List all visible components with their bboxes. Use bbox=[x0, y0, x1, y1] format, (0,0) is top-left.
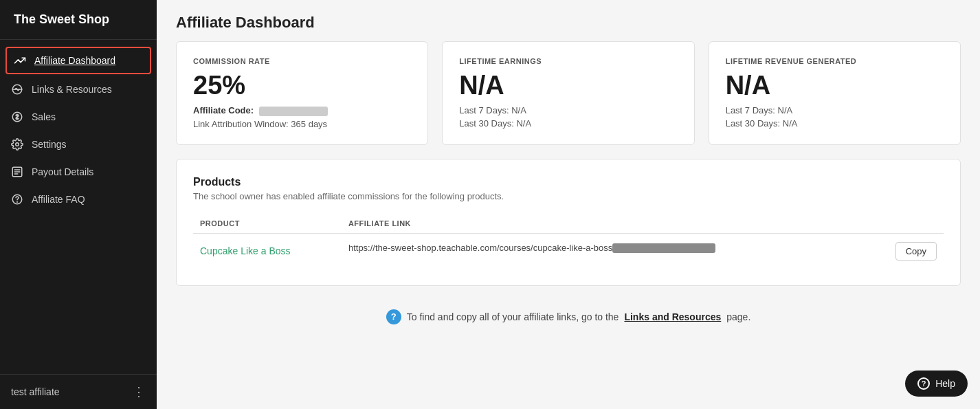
svg-point-3 bbox=[16, 143, 19, 146]
info-icon: ? bbox=[386, 309, 401, 324]
sidebar-item-label: Sales bbox=[32, 111, 56, 122]
sidebar-item-label: Affiliate FAQ bbox=[32, 194, 85, 205]
list-icon bbox=[11, 166, 23, 178]
sidebar-item-links-resources[interactable]: Links & Resources bbox=[0, 76, 157, 103]
table-row: Cupcake Like a Boss https://the-sweet-sh… bbox=[193, 233, 944, 269]
stats-row: COMMISSION RATE 25% Affiliate Code: Link… bbox=[176, 41, 961, 145]
sidebar-nav: Affiliate Dashboard Links & Resources bbox=[0, 40, 157, 374]
info-bar: ? To find and copy all of your affiliate… bbox=[176, 300, 961, 334]
page-title: Affiliate Dashboard bbox=[176, 14, 961, 32]
links-resources-link[interactable]: Links and Resources bbox=[624, 311, 721, 322]
earnings-last7: Last 7 Days: N/A bbox=[459, 105, 677, 115]
gear-icon bbox=[11, 138, 23, 151]
sidebar-username: test affiliate bbox=[11, 386, 60, 397]
products-title: Products bbox=[193, 176, 944, 188]
sidebar-more-button[interactable]: ⋮ bbox=[133, 384, 146, 399]
page-header: Affiliate Dashboard bbox=[157, 0, 980, 41]
product-name-link[interactable]: Cupcake Like a Boss bbox=[200, 245, 291, 256]
affiliate-code-meta: Affiliate Code: bbox=[193, 105, 411, 116]
trending-icon bbox=[14, 54, 26, 67]
sidebar-item-settings[interactable]: Settings bbox=[0, 131, 157, 158]
lifetime-earnings-value: N/A bbox=[459, 72, 677, 98]
sidebar-item-label: Settings bbox=[32, 139, 67, 150]
revenue-last7: Last 7 Days: N/A bbox=[726, 105, 944, 115]
info-text-before: To find and copy all of your affiliate l… bbox=[407, 311, 619, 322]
products-table-body: Cupcake Like a Boss https://the-sweet-sh… bbox=[193, 233, 944, 269]
faq-help-icon bbox=[11, 193, 23, 206]
help-label: Help bbox=[935, 378, 955, 389]
affiliate-url-text: https://the-sweet-shop.teachable.com/cou… bbox=[348, 243, 715, 253]
sidebar-item-label: Payout Details bbox=[32, 166, 93, 177]
link-icon bbox=[11, 83, 23, 96]
lifetime-revenue-label: LIFETIME REVENUE GENERATED bbox=[726, 57, 944, 65]
lifetime-revenue-card: LIFETIME REVENUE GENERATED N/A Last 7 Da… bbox=[709, 41, 961, 145]
commission-rate-label: COMMISSION RATE bbox=[193, 57, 411, 65]
sidebar-item-payout-details[interactable]: Payout Details bbox=[0, 158, 157, 186]
sidebar-footer: test affiliate ⋮ bbox=[0, 374, 157, 409]
help-button[interactable]: ? Help bbox=[905, 371, 968, 397]
main-content-area: Affiliate Dashboard COMMISSION RATE 25% … bbox=[157, 0, 980, 409]
info-text-after: page. bbox=[726, 311, 750, 322]
products-card: Products The school owner has enabled af… bbox=[176, 159, 961, 286]
products-table: PRODUCT AFFILIATE LINK Cupcake Like a Bo… bbox=[193, 214, 944, 269]
lifetime-earnings-label: LIFETIME EARNINGS bbox=[459, 57, 677, 65]
copy-button[interactable]: Copy bbox=[895, 242, 937, 261]
products-table-head: PRODUCT AFFILIATE LINK bbox=[193, 214, 944, 234]
col-product: PRODUCT bbox=[193, 214, 342, 234]
affiliate-code-label: Affiliate Code: bbox=[193, 105, 254, 115]
affiliate-link-cell: https://the-sweet-shop.teachable.com/cou… bbox=[342, 233, 944, 269]
commission-rate-value: 25% bbox=[193, 72, 411, 98]
affiliate-url-blur bbox=[612, 243, 715, 253]
sidebar-item-affiliate-dashboard[interactable]: Affiliate Dashboard bbox=[5, 47, 151, 74]
svg-point-9 bbox=[17, 201, 18, 202]
commission-rate-card: COMMISSION RATE 25% Affiliate Code: Link… bbox=[176, 41, 428, 145]
col-affiliate-link: AFFILIATE LINK bbox=[342, 214, 944, 234]
sidebar-item-affiliate-faq[interactable]: Affiliate FAQ bbox=[0, 186, 157, 213]
help-circle-icon: ? bbox=[917, 377, 930, 390]
dollar-icon bbox=[11, 111, 23, 123]
sidebar-item-label: Affiliate Dashboard bbox=[34, 55, 115, 66]
sidebar-item-label: Links & Resources bbox=[32, 84, 112, 95]
revenue-last30: Last 30 Days: N/A bbox=[726, 118, 944, 129]
link-attribution-meta: Link Attribution Window: 365 days bbox=[193, 119, 411, 129]
sidebar-brand: The Sweet Shop bbox=[0, 0, 157, 40]
main-content: COMMISSION RATE 25% Affiliate Code: Link… bbox=[157, 41, 980, 409]
products-subtitle: The school owner has enabled affiliate c… bbox=[193, 191, 944, 201]
earnings-last30: Last 30 Days: N/A bbox=[459, 118, 677, 129]
lifetime-revenue-value: N/A bbox=[726, 72, 944, 98]
product-cell: Cupcake Like a Boss bbox=[193, 233, 342, 269]
sidebar-item-sales[interactable]: Sales bbox=[0, 103, 157, 131]
sidebar: The Sweet Shop Affiliate Dashboard L bbox=[0, 0, 157, 409]
affiliate-code-bar bbox=[259, 107, 328, 116]
lifetime-earnings-card: LIFETIME EARNINGS N/A Last 7 Days: N/A L… bbox=[442, 41, 694, 145]
